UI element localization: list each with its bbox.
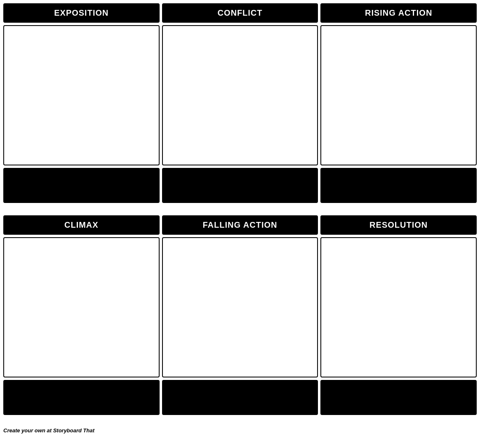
- cell-conflict: CONFLICT: [162, 3, 318, 203]
- header-falling-action: FALLING ACTION: [162, 215, 318, 235]
- image-falling-action: [162, 237, 318, 377]
- bottom-section: CLIMAX FALLING ACTION RESOLUTION: [3, 215, 477, 415]
- text-area-resolution[interactable]: [320, 380, 477, 415]
- header-resolution: RESOLUTION: [320, 215, 477, 235]
- cell-rising-action: RISING ACTION: [320, 3, 477, 203]
- text-area-climax[interactable]: [3, 380, 160, 415]
- text-area-exposition[interactable]: [3, 168, 160, 203]
- cell-climax: CLIMAX: [3, 215, 160, 415]
- image-conflict: [162, 25, 318, 165]
- image-resolution: [320, 237, 477, 377]
- text-area-rising-action[interactable]: [320, 168, 477, 203]
- image-climax: [3, 237, 160, 377]
- header-climax: CLIMAX: [3, 215, 160, 235]
- header-conflict: CONFLICT: [162, 3, 318, 23]
- image-exposition: [3, 25, 160, 165]
- footer: Create your own at Storyboard That: [3, 427, 477, 434]
- text-area-falling-action[interactable]: [162, 380, 318, 415]
- header-rising-action: RISING ACTION: [320, 3, 477, 23]
- top-section: EXPOSITION CONFLICT RISING ACTION: [3, 3, 477, 203]
- cell-exposition: EXPOSITION: [3, 3, 160, 203]
- cell-resolution: RESOLUTION: [320, 215, 477, 415]
- header-exposition: EXPOSITION: [3, 3, 160, 23]
- text-area-conflict[interactable]: [162, 168, 318, 203]
- image-rising-action: [320, 25, 477, 165]
- cell-falling-action: FALLING ACTION: [162, 215, 318, 415]
